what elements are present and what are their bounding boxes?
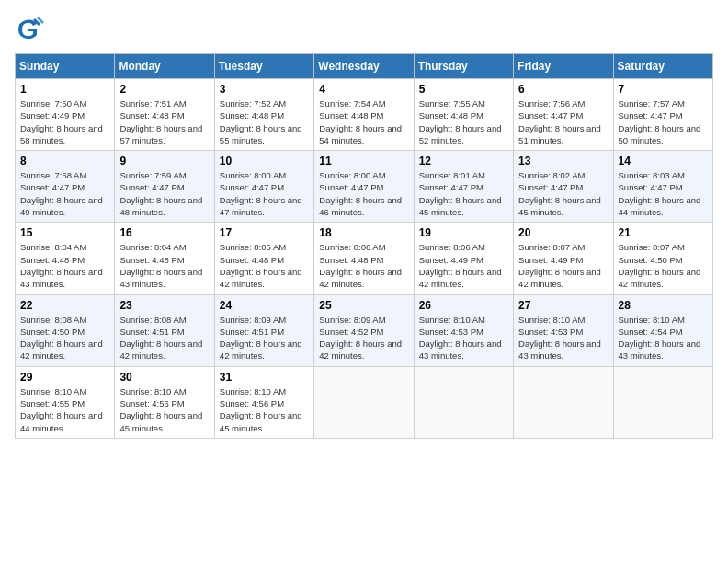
- logo-icon: [15, 15, 44, 44]
- day-number: 13: [518, 155, 608, 167]
- calendar-day-cell: 13 Sunrise: 8:02 AM Sunset: 4:47 PM Dayl…: [514, 151, 613, 223]
- day-info: Sunrise: 8:05 AM Sunset: 4:48 PM Dayligh…: [220, 241, 309, 290]
- day-info: Sunrise: 7:54 AM Sunset: 4:48 PM Dayligh…: [319, 98, 408, 146]
- day-number: 8: [20, 155, 109, 167]
- day-info: Sunrise: 8:08 AM Sunset: 4:51 PM Dayligh…: [119, 314, 209, 362]
- day-info: Sunrise: 8:06 AM Sunset: 4:49 PM Dayligh…: [419, 241, 508, 290]
- day-of-week-header: Wednesday: [314, 54, 414, 79]
- day-number: 26: [419, 299, 508, 312]
- calendar-day-cell: 10 Sunrise: 8:00 AM Sunset: 4:47 PM Dayl…: [214, 151, 313, 223]
- day-info: Sunrise: 7:50 AM Sunset: 4:49 PM Dayligh…: [20, 98, 109, 146]
- day-number: 14: [619, 155, 708, 167]
- calendar-table: SundayMondayTuesdayWednesdayThursdayFrid…: [15, 53, 713, 439]
- day-number: 29: [20, 371, 109, 384]
- calendar-day-cell: 8 Sunrise: 7:58 AM Sunset: 4:47 PM Dayli…: [16, 151, 115, 223]
- day-info: Sunrise: 7:58 AM Sunset: 4:47 PM Dayligh…: [20, 169, 109, 218]
- calendar-day-cell: 5 Sunrise: 7:55 AM Sunset: 4:48 PM Dayli…: [414, 79, 513, 151]
- calendar-week-row: 15 Sunrise: 8:04 AM Sunset: 4:48 PM Dayl…: [16, 223, 713, 294]
- page-header: [15, 15, 713, 44]
- day-number: 27: [518, 299, 608, 312]
- day-info: Sunrise: 8:00 AM Sunset: 4:47 PM Dayligh…: [319, 169, 408, 218]
- calendar-day-cell: 9 Sunrise: 7:59 AM Sunset: 4:47 PM Dayli…: [115, 151, 214, 223]
- calendar-day-cell: 27 Sunrise: 8:10 AM Sunset: 4:53 PM Dayl…: [514, 294, 613, 366]
- day-info: Sunrise: 8:10 AM Sunset: 4:53 PM Dayligh…: [419, 314, 508, 362]
- day-number: 25: [319, 299, 408, 312]
- day-number: 19: [419, 226, 508, 239]
- day-number: 31: [220, 371, 309, 384]
- calendar-day-cell: [514, 366, 613, 438]
- calendar-day-cell: 21 Sunrise: 8:07 AM Sunset: 4:50 PM Dayl…: [613, 223, 712, 294]
- day-info: Sunrise: 8:10 AM Sunset: 4:56 PM Dayligh…: [119, 385, 209, 434]
- calendar-day-cell: 3 Sunrise: 7:52 AM Sunset: 4:48 PM Dayli…: [214, 79, 313, 151]
- calendar-day-cell: 23 Sunrise: 8:08 AM Sunset: 4:51 PM Dayl…: [115, 294, 214, 366]
- calendar-day-cell: 16 Sunrise: 8:04 AM Sunset: 4:48 PM Dayl…: [115, 223, 214, 294]
- day-info: Sunrise: 8:01 AM Sunset: 4:47 PM Dayligh…: [419, 169, 508, 218]
- day-info: Sunrise: 8:08 AM Sunset: 4:50 PM Dayligh…: [20, 314, 109, 362]
- day-number: 2: [119, 83, 209, 96]
- day-info: Sunrise: 8:04 AM Sunset: 4:48 PM Dayligh…: [20, 241, 109, 290]
- day-number: 17: [220, 226, 309, 239]
- day-info: Sunrise: 7:52 AM Sunset: 4:48 PM Dayligh…: [220, 98, 309, 146]
- day-number: 5: [419, 83, 508, 96]
- calendar-day-cell: 30 Sunrise: 8:10 AM Sunset: 4:56 PM Dayl…: [115, 366, 214, 438]
- calendar-day-cell: 19 Sunrise: 8:06 AM Sunset: 4:49 PM Dayl…: [414, 223, 513, 294]
- calendar-day-cell: 12 Sunrise: 8:01 AM Sunset: 4:47 PM Dayl…: [414, 151, 513, 223]
- calendar-day-cell: 11 Sunrise: 8:00 AM Sunset: 4:47 PM Dayl…: [314, 151, 414, 223]
- calendar-day-cell: 31 Sunrise: 8:10 AM Sunset: 4:56 PM Dayl…: [214, 366, 313, 438]
- calendar-day-cell: 18 Sunrise: 8:06 AM Sunset: 4:48 PM Dayl…: [314, 223, 414, 294]
- day-info: Sunrise: 8:06 AM Sunset: 4:48 PM Dayligh…: [319, 241, 408, 290]
- day-number: 4: [319, 83, 408, 96]
- calendar-week-row: 29 Sunrise: 8:10 AM Sunset: 4:55 PM Dayl…: [16, 366, 713, 438]
- day-of-week-header: Saturday: [613, 54, 712, 79]
- day-info: Sunrise: 8:07 AM Sunset: 4:49 PM Dayligh…: [518, 241, 608, 290]
- calendar-day-cell: 14 Sunrise: 8:03 AM Sunset: 4:47 PM Dayl…: [613, 151, 712, 223]
- calendar-week-row: 8 Sunrise: 7:58 AM Sunset: 4:47 PM Dayli…: [16, 151, 713, 223]
- calendar-day-cell: 2 Sunrise: 7:51 AM Sunset: 4:48 PM Dayli…: [115, 79, 214, 151]
- day-info: Sunrise: 8:09 AM Sunset: 4:51 PM Dayligh…: [220, 314, 309, 362]
- calendar-day-cell: 6 Sunrise: 7:56 AM Sunset: 4:47 PM Dayli…: [514, 79, 613, 151]
- calendar-day-cell: 25 Sunrise: 8:09 AM Sunset: 4:52 PM Dayl…: [314, 294, 414, 366]
- day-of-week-header: Tuesday: [214, 54, 313, 79]
- day-number: 20: [518, 226, 608, 239]
- calendar-day-cell: [613, 366, 712, 438]
- day-number: 28: [619, 299, 708, 312]
- day-info: Sunrise: 7:56 AM Sunset: 4:47 PM Dayligh…: [518, 98, 608, 146]
- day-number: 21: [619, 226, 708, 239]
- day-number: 24: [220, 299, 309, 312]
- day-info: Sunrise: 8:07 AM Sunset: 4:50 PM Dayligh…: [619, 241, 708, 290]
- calendar-day-cell: 24 Sunrise: 8:09 AM Sunset: 4:51 PM Dayl…: [214, 294, 313, 366]
- calendar-week-row: 22 Sunrise: 8:08 AM Sunset: 4:50 PM Dayl…: [16, 294, 713, 366]
- day-info: Sunrise: 8:00 AM Sunset: 4:47 PM Dayligh…: [220, 169, 309, 218]
- day-number: 16: [119, 226, 209, 239]
- day-info: Sunrise: 7:51 AM Sunset: 4:48 PM Dayligh…: [119, 98, 209, 146]
- day-info: Sunrise: 7:57 AM Sunset: 4:47 PM Dayligh…: [619, 98, 708, 146]
- day-of-week-header: Friday: [514, 54, 613, 79]
- day-info: Sunrise: 8:10 AM Sunset: 4:55 PM Dayligh…: [20, 385, 109, 434]
- day-info: Sunrise: 8:03 AM Sunset: 4:47 PM Dayligh…: [619, 169, 708, 218]
- logo: [15, 15, 48, 44]
- day-number: 1: [20, 83, 109, 96]
- day-info: Sunrise: 8:10 AM Sunset: 4:54 PM Dayligh…: [619, 314, 708, 362]
- day-number: 30: [119, 371, 209, 384]
- day-number: 23: [119, 299, 209, 312]
- day-number: 7: [619, 83, 708, 96]
- day-number: 11: [319, 155, 408, 167]
- day-number: 3: [220, 83, 309, 96]
- day-number: 10: [220, 155, 309, 167]
- day-of-week-header: Sunday: [16, 54, 115, 79]
- calendar-day-cell: 28 Sunrise: 8:10 AM Sunset: 4:54 PM Dayl…: [613, 294, 712, 366]
- day-number: 6: [518, 83, 608, 96]
- calendar-day-cell: 29 Sunrise: 8:10 AM Sunset: 4:55 PM Dayl…: [16, 366, 115, 438]
- day-number: 12: [419, 155, 508, 167]
- calendar-day-cell: 17 Sunrise: 8:05 AM Sunset: 4:48 PM Dayl…: [214, 223, 313, 294]
- day-info: Sunrise: 8:02 AM Sunset: 4:47 PM Dayligh…: [518, 169, 608, 218]
- day-number: 15: [20, 226, 109, 239]
- day-info: Sunrise: 7:59 AM Sunset: 4:47 PM Dayligh…: [119, 169, 209, 218]
- day-of-week-header: Thursday: [414, 54, 513, 79]
- calendar-day-cell: 26 Sunrise: 8:10 AM Sunset: 4:53 PM Dayl…: [414, 294, 513, 366]
- calendar-day-cell: 22 Sunrise: 8:08 AM Sunset: 4:50 PM Dayl…: [16, 294, 115, 366]
- day-number: 9: [119, 155, 209, 167]
- day-info: Sunrise: 8:04 AM Sunset: 4:48 PM Dayligh…: [119, 241, 209, 290]
- day-of-week-header: Monday: [115, 54, 214, 79]
- calendar-day-cell: 7 Sunrise: 7:57 AM Sunset: 4:47 PM Dayli…: [613, 79, 712, 151]
